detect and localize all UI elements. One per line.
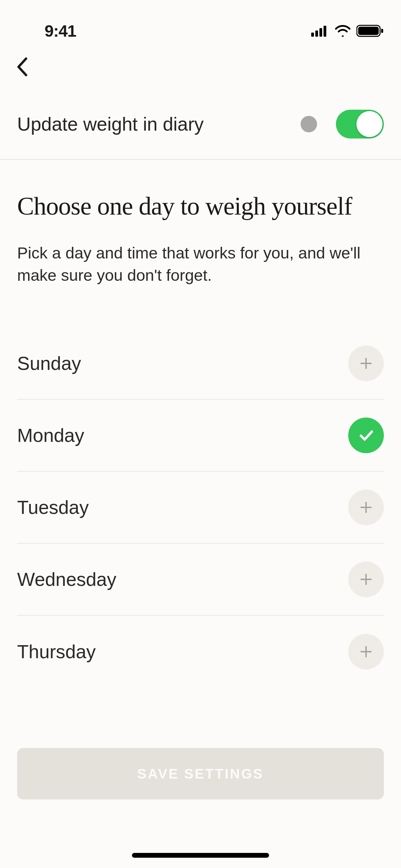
status-bar: 9:41	[0, 0, 401, 45]
page-title: Choose one day to weigh yourself	[17, 191, 384, 221]
add-day-button[interactable]	[348, 490, 384, 525]
day-row-monday[interactable]: Monday	[17, 400, 384, 472]
color-indicator-dot[interactable]	[301, 116, 317, 132]
day-row-tuesday[interactable]: Tuesday	[17, 472, 384, 544]
plus-icon	[358, 571, 374, 588]
day-list: Sunday Monday Tuesday Wednesday	[0, 328, 401, 688]
battery-icon	[356, 24, 384, 37]
plus-icon	[358, 643, 374, 660]
add-day-button[interactable]	[348, 634, 384, 670]
toggle-knob	[356, 111, 382, 137]
update-weight-row: Update weight in diary	[0, 89, 401, 160]
day-row-wednesday[interactable]: Wednesday	[17, 544, 384, 616]
status-icons	[311, 24, 384, 37]
svg-rect-2	[319, 28, 322, 37]
status-time: 9:41	[45, 22, 76, 40]
day-label: Sunday	[17, 352, 81, 374]
svg-rect-0	[311, 33, 314, 37]
back-button[interactable]	[14, 58, 31, 75]
svg-rect-3	[324, 26, 326, 37]
chevron-left-icon	[16, 57, 29, 77]
day-row-sunday[interactable]: Sunday	[17, 328, 384, 400]
svg-rect-1	[315, 31, 318, 37]
update-weight-label: Update weight in diary	[17, 113, 204, 135]
save-settings-label: SAVE SETTINGS	[137, 766, 264, 782]
page-subtitle: Pick a day and time that works for you, …	[17, 242, 384, 287]
home-indicator[interactable]	[132, 853, 269, 858]
wifi-icon	[335, 25, 351, 37]
add-day-button[interactable]	[348, 562, 384, 597]
update-weight-controls	[301, 110, 384, 138]
save-settings-button[interactable]: SAVE SETTINGS	[17, 748, 384, 799]
day-row-thursday[interactable]: Thursday	[17, 616, 384, 688]
cellular-icon	[311, 25, 329, 37]
svg-rect-6	[381, 29, 383, 33]
check-icon	[357, 426, 375, 445]
add-day-button[interactable]	[348, 346, 384, 381]
day-label: Thursday	[17, 641, 96, 663]
update-weight-toggle[interactable]	[336, 110, 384, 138]
selected-day-button[interactable]	[348, 418, 384, 453]
day-label: Wednesday	[17, 568, 116, 590]
plus-icon	[358, 355, 374, 372]
day-label: Monday	[17, 424, 84, 446]
nav-bar	[0, 45, 401, 89]
heading-section: Choose one day to weigh yourself Pick a …	[0, 160, 401, 287]
day-label: Tuesday	[17, 496, 89, 518]
plus-icon	[358, 499, 374, 516]
svg-rect-5	[358, 27, 379, 35]
